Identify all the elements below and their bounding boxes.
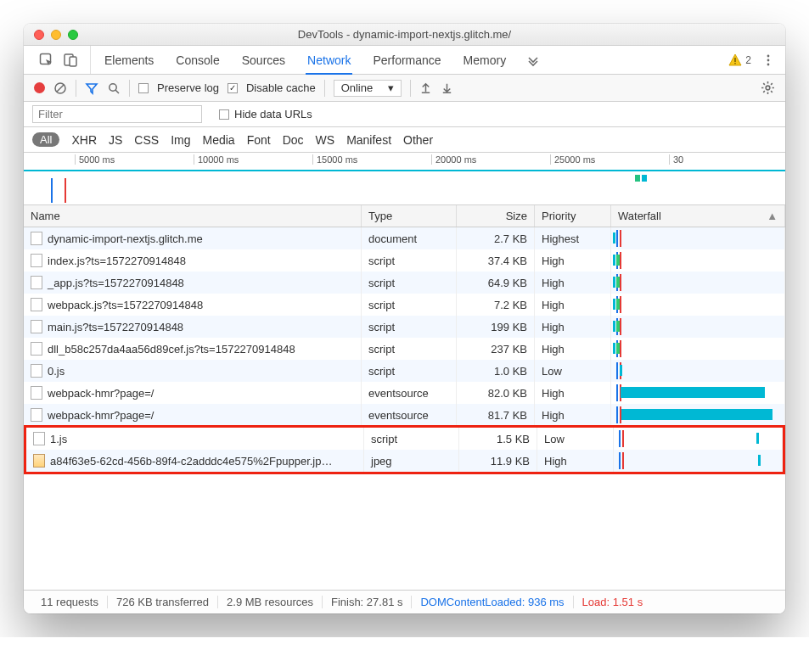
col-type[interactable]: Type <box>362 205 457 227</box>
table-row[interactable]: webpack.js?ts=1572270914848script7.2 KBH… <box>24 294 785 316</box>
kebab-menu-icon[interactable] <box>761 53 775 67</box>
type-filter-all[interactable]: All <box>32 132 59 147</box>
download-har-icon[interactable] <box>441 81 453 94</box>
type-filter-img[interactable]: Img <box>171 133 190 147</box>
highlighted-rows: 1.jsscript1.5 KBLowa84f63e5-62cd-456b-89… <box>24 425 785 474</box>
request-size: 2.7 KB <box>457 227 535 249</box>
status-bar: 11 requests 726 KB transferred 2.9 MB re… <box>24 590 785 613</box>
table-row[interactable]: 0.jsscript1.0 KBLow <box>24 360 785 382</box>
image-file-icon <box>33 454 45 468</box>
network-toolbar: Preserve log ✓ Disable cache Online ▾ <box>24 75 785 102</box>
type-filter-media[interactable]: Media <box>203 133 235 147</box>
tab-console[interactable]: Console <box>174 47 221 74</box>
file-icon <box>31 276 42 289</box>
svg-point-7 <box>767 63 770 65</box>
col-size[interactable]: Size <box>457 205 535 227</box>
request-priority: Low <box>535 360 611 382</box>
table-row[interactable]: index.js?ts=1572270914848script37.4 KBHi… <box>24 249 785 272</box>
request-priority: Highest <box>535 227 611 249</box>
waterfall-cell <box>611 404 785 426</box>
table-row[interactable]: dll_b58c257da4aa56d89cef.js?ts=157227091… <box>24 338 785 360</box>
request-size: 1.5 KB <box>459 428 537 450</box>
table-row[interactable]: a84f63e5-62cd-456b-89f4-c2adddc4e575%2Fp… <box>26 450 783 472</box>
type-filter-font[interactable]: Font <box>247 133 271 147</box>
filter-row: Filter Hide data URLs <box>24 102 785 127</box>
svg-point-6 <box>767 59 770 61</box>
type-filter-js[interactable]: JS <box>109 133 122 147</box>
request-size: 199 KB <box>457 316 535 338</box>
col-priority[interactable]: Priority <box>535 205 611 227</box>
waterfall-cell <box>611 272 785 294</box>
request-name: _app.js?ts=1572270914848 <box>48 277 184 289</box>
request-type: script <box>362 249 457 272</box>
type-filter-doc[interactable]: Doc <box>283 133 304 147</box>
type-filter-css[interactable]: CSS <box>134 133 159 147</box>
svg-line-20 <box>771 91 772 92</box>
svg-point-10 <box>110 83 116 90</box>
col-name[interactable]: Name <box>24 205 362 227</box>
tab-sources[interactable]: Sources <box>240 47 287 74</box>
disable-cache-label: Disable cache <box>246 81 316 94</box>
waterfall-cell <box>611 294 785 316</box>
table-row[interactable]: webpack-hmr?page=/eventsource81.7 KBHigh <box>24 404 785 426</box>
file-icon <box>33 432 45 445</box>
hide-data-urls-label: Hide data URLs <box>234 108 312 120</box>
col-waterfall[interactable]: Waterfall ▲ <box>611 205 785 227</box>
type-filter-other[interactable]: Other <box>403 133 433 147</box>
settings-icon[interactable] <box>761 81 775 95</box>
type-filter-manifest[interactable]: Manifest <box>346 133 391 147</box>
request-rows: dynamic-import-nextjs.glitch.medocument2… <box>24 227 785 426</box>
device-toggle-icon[interactable] <box>63 53 78 68</box>
waterfall-cell <box>611 227 785 249</box>
request-type: jpeg <box>364 450 459 472</box>
footer-finish: Finish: 27.81 s <box>323 596 413 608</box>
waterfall-cell <box>611 249 785 272</box>
tab-network[interactable]: Network <box>306 47 352 74</box>
tab-elements[interactable]: Elements <box>103 47 155 74</box>
svg-line-22 <box>771 83 772 85</box>
request-size: 81.7 KB <box>457 404 535 426</box>
svg-rect-4 <box>735 63 736 64</box>
waterfall-cell <box>614 428 783 450</box>
throttling-select[interactable]: Online ▾ <box>334 80 402 97</box>
waterfall-cell <box>614 450 783 472</box>
request-type: script <box>362 272 457 294</box>
request-type: document <box>362 227 457 249</box>
request-type: script <box>362 338 457 360</box>
filter-icon[interactable] <box>85 81 98 95</box>
request-name: index.js?ts=1572270914848 <box>48 255 186 267</box>
inspect-icon[interactable] <box>39 53 54 68</box>
clear-icon[interactable] <box>53 81 67 95</box>
request-name: 0.js <box>48 365 65 378</box>
table-row[interactable]: webpack-hmr?page=/eventsource82.0 KBHigh <box>24 382 785 404</box>
preserve-log-checkbox[interactable] <box>138 83 149 93</box>
tab-performance[interactable]: Performance <box>371 47 442 74</box>
table-row[interactable]: _app.js?ts=1572270914848script64.9 KBHig… <box>24 272 785 294</box>
type-filter-ws[interactable]: WS <box>316 133 335 147</box>
file-icon <box>31 232 42 245</box>
search-icon[interactable] <box>107 81 121 95</box>
tab-memory[interactable]: Memory <box>462 47 508 74</box>
warnings-badge[interactable]: 2 <box>728 53 751 67</box>
upload-har-icon[interactable] <box>419 81 432 94</box>
request-type: script <box>362 294 457 316</box>
table-row[interactable]: main.js?ts=1572270914848script199 KBHigh <box>24 316 785 338</box>
request-name: webpack-hmr?page=/ <box>48 409 154 422</box>
throttling-value: Online <box>341 81 374 94</box>
hide-data-urls-checkbox[interactable] <box>219 109 229 120</box>
type-filter-xhr[interactable]: XHR <box>71 133 97 147</box>
more-tabs-icon[interactable] <box>526 53 540 67</box>
filter-input[interactable]: Filter <box>32 105 202 123</box>
table-row[interactable]: dynamic-import-nextjs.glitch.medocument2… <box>24 227 785 249</box>
panel-tabs-row: Elements Console Sources Network Perform… <box>24 46 785 75</box>
request-size: 237 KB <box>457 338 535 360</box>
disable-cache-checkbox[interactable]: ✓ <box>228 83 238 93</box>
timeline-overview[interactable]: 5000 ms 10000 ms 15000 ms 20000 ms 25000… <box>24 153 785 205</box>
request-type: script <box>364 428 459 450</box>
file-icon <box>31 386 42 400</box>
request-type: script <box>362 360 457 382</box>
record-button[interactable] <box>34 82 45 93</box>
request-priority: High <box>535 249 611 272</box>
table-row[interactable]: 1.jsscript1.5 KBLow <box>26 428 783 450</box>
waterfall-cell <box>611 316 785 338</box>
